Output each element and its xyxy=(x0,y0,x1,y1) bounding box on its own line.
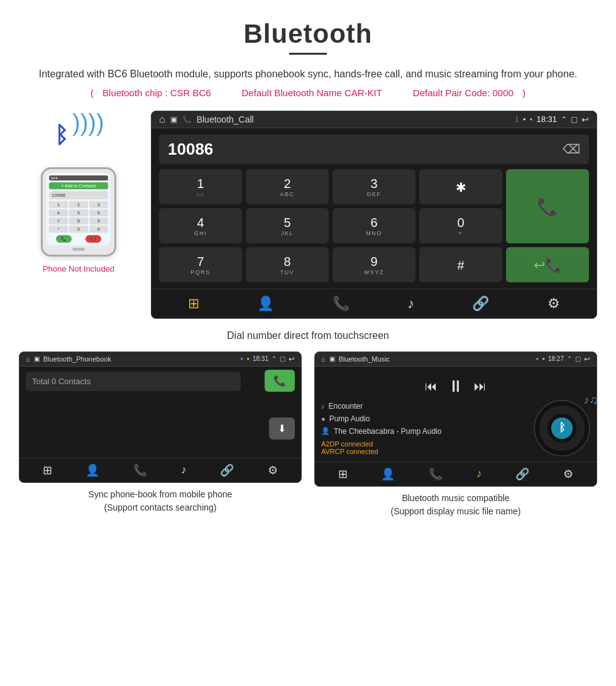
phone-mockup: ●●● + Add to Contacts 10086 1 2 3 4 5 6 … xyxy=(41,167,116,257)
pb-bottom-keypad-icon[interactable]: ⊞ xyxy=(43,463,52,477)
key-6[interactable]: 6MNO xyxy=(333,208,415,243)
mus-dot1: ● xyxy=(536,356,539,362)
phonebook-content: Total 0 Contacts 📞 ⬇ xyxy=(19,367,301,458)
track1-name: Encounter xyxy=(329,402,363,411)
signal-dot2: ● xyxy=(530,116,533,122)
pb-app-name: Bluetooth_Phonebook xyxy=(43,355,111,363)
redial-button[interactable]: ↩📞 xyxy=(506,247,589,282)
track-3: 👤 The Cheebacabra - Pump Audio xyxy=(321,425,527,438)
key-1[interactable]: 1○○ xyxy=(159,169,242,204)
vinyl-record: ᛒ xyxy=(534,400,590,456)
mus-status-icons: ● ● 18:27 ⌃ ▢ ↩ xyxy=(536,355,590,363)
key-3[interactable]: 3DEF xyxy=(333,169,415,204)
key-4[interactable]: 4GHI xyxy=(159,208,242,243)
mus-bottom-contacts-icon[interactable]: 👤 xyxy=(381,467,395,481)
spec-name: Default Bluetooth Name CAR-KIT xyxy=(242,87,382,98)
back-icon: ↩ xyxy=(581,114,589,124)
music-notes-icon: ♪♫ xyxy=(584,394,598,407)
pb-nav-icon: ▣ xyxy=(34,355,40,362)
mus-bottom-music-icon[interactable]: ♪ xyxy=(476,467,482,480)
dial-screen: ⌂ ▣ 📞 Bluetooth_Call ᛒ ● ● 18:31 ⌃ ▢ ↩ 1… xyxy=(151,111,597,319)
track1-note-icon: ♪ xyxy=(321,402,325,410)
music-caption-line1: Bluetooth music compatible xyxy=(402,493,509,503)
pb-home-icon: ⌂ xyxy=(26,355,30,363)
track3-person-icon: 👤 xyxy=(321,427,330,435)
pb-time: 18:31 xyxy=(253,355,268,362)
key-7[interactable]: 7PQRS xyxy=(159,247,242,282)
music-caption: Bluetooth music compatible (Support disp… xyxy=(314,487,597,521)
dial-number-display: 10086 xyxy=(168,140,563,159)
wifi-signal-icon: )))) xyxy=(72,111,104,135)
key-2[interactable]: 2ABC xyxy=(246,169,329,204)
phone-keypad: 1 2 3 4 5 6 7 8 9 * 0 # xyxy=(49,201,108,233)
play-pause-button[interactable]: ⏸ xyxy=(448,377,464,396)
key-5[interactable]: 5JKL xyxy=(246,208,329,243)
music-status-bar: ⌂ ▣ Bluetooth_Music ● ● 18:27 ⌃ ▢ ↩ xyxy=(315,352,597,367)
mus-bottom-link-icon[interactable]: 🔗 xyxy=(515,467,529,481)
pb-dot2: ● xyxy=(246,356,250,362)
backspace-button[interactable]: ⌫ xyxy=(563,141,580,157)
phone-key-6: 6 xyxy=(89,209,108,216)
bottom-contacts-icon[interactable]: 👤 xyxy=(257,296,274,312)
next-track-button[interactable]: ⏭ xyxy=(474,379,487,394)
bottom-music-icon[interactable]: ♪ xyxy=(407,296,414,312)
window-icon: ▢ xyxy=(571,115,578,124)
phonebook-download-button[interactable]: ⬇ xyxy=(269,418,295,440)
expand-icon: ⌃ xyxy=(561,115,567,124)
key-9[interactable]: 9WXYZ xyxy=(333,247,415,282)
pb-dot1: ● xyxy=(240,356,243,362)
pb-bottom-link-icon[interactable]: 🔗 xyxy=(220,463,234,477)
mus-time: 18:27 xyxy=(548,355,564,362)
prev-track-button[interactable]: ⏮ xyxy=(425,379,437,394)
mus-bottom-settings-icon[interactable]: ⚙ xyxy=(563,467,573,481)
pb-bottom-music-icon[interactable]: ♪ xyxy=(181,463,187,477)
key-hash[interactable]: # xyxy=(419,247,502,282)
bottom-call-icon[interactable]: 📞 xyxy=(333,296,349,312)
pb-bottom-call-icon[interactable]: 📞 xyxy=(133,463,147,477)
key-8[interactable]: 8TUV xyxy=(246,247,329,282)
phone-key-1: 1 xyxy=(49,201,68,208)
bottom-keypad-icon[interactable]: ⊞ xyxy=(188,296,199,312)
phone-end-btn: 📵 xyxy=(85,235,101,243)
nav-icon: ▣ xyxy=(170,115,177,124)
bottom-link-icon[interactable]: 🔗 xyxy=(472,296,489,312)
pb-back: ↩ xyxy=(289,355,295,363)
home-icon: ⌂ xyxy=(159,114,165,125)
phone-key-7: 7 xyxy=(49,218,68,224)
bt-status-icon: ᛒ xyxy=(515,115,519,124)
a2dp-status: A2DP connected xyxy=(321,440,527,448)
phone-call-icon: 📞 xyxy=(182,115,192,124)
phone-key-3: 3 xyxy=(89,201,108,208)
bottom-settings-icon[interactable]: ⚙ xyxy=(547,296,560,312)
pb-status-icons: ● ● 18:31 ⌃ ▢ ↩ xyxy=(240,355,295,363)
page-description: Integrated with BC6 Bluetooth module, su… xyxy=(0,66,616,82)
music-content: ⏮ ⏸ ⏭ ♪ Encounter ● Pump Audio xyxy=(315,367,597,462)
phone-home-btn xyxy=(72,248,85,251)
title-divider xyxy=(289,53,327,55)
phone-key-5: 5 xyxy=(69,209,88,216)
pb-bottom-settings-icon[interactable]: ⚙ xyxy=(268,463,278,477)
music-track-area: ♪ Encounter ● Pump Audio 👤 The Cheebacab… xyxy=(321,400,590,456)
key-star[interactable]: ✱ xyxy=(419,169,502,204)
time-display: 18:31 xyxy=(536,114,557,124)
music-caption-line2: (Support display music file name) xyxy=(391,506,521,516)
dial-caption: Dial number direct from touchscreen xyxy=(0,325,616,351)
keypad-grid: 1○○ 2ABC 3DEF ✱ 📞 4GHI 5JKL 6MNO 0+ 7PQR… xyxy=(151,169,597,289)
mus-window: ▢ xyxy=(575,355,581,362)
key-0[interactable]: 0+ xyxy=(419,208,502,243)
phone-key-8: 8 xyxy=(69,218,88,224)
dial-bottom-bar: ⊞ 👤 📞 ♪ 🔗 ⚙ xyxy=(151,289,597,318)
spec-chip: Bluetooth chip : CSR BC6 xyxy=(102,87,211,98)
pb-bottom-contacts-icon[interactable]: 👤 xyxy=(85,463,99,477)
phonebook-caption-line1: Sync phone-book from mobile phone xyxy=(89,489,233,499)
track3-name: The Cheebacabra - Pump Audio xyxy=(334,427,441,436)
mus-nav-icon: ▣ xyxy=(329,355,335,362)
track-2: ● Pump Audio xyxy=(321,412,527,425)
mus-bottom-keypad-icon[interactable]: ⊞ xyxy=(338,467,348,481)
call-button[interactable]: 📞 xyxy=(506,169,589,243)
mus-back: ↩ xyxy=(584,355,590,363)
phonebook-search-input[interactable]: Total 0 Contacts xyxy=(26,372,241,391)
mus-bottom-call-icon[interactable]: 📞 xyxy=(429,467,443,481)
mus-home-icon: ⌂ xyxy=(321,355,326,363)
phonebook-call-button[interactable]: 📞 xyxy=(265,370,295,392)
